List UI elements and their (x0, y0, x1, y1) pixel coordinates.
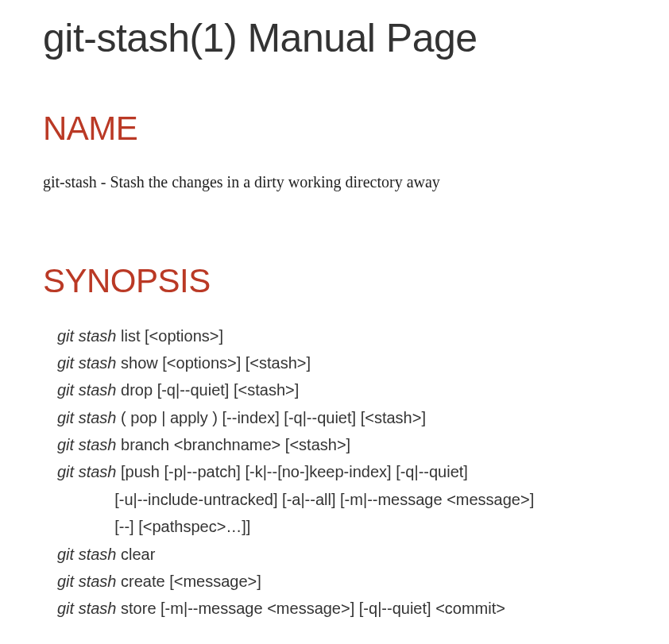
synopsis-line-branch: git stash branch <branchname> [<stash>] (57, 431, 626, 458)
synopsis-args: create [<message>] (116, 573, 261, 590)
synopsis-line-push-cont1: [-u|--include-untracked] [-a|--all] [-m|… (57, 486, 626, 513)
cmd-prefix: git stash (57, 436, 116, 453)
page-title: git-stash(1) Manual Page (43, 16, 626, 62)
synopsis-args: store [-m|--message <message>] [-q|--qui… (116, 600, 505, 617)
synopsis-heading: SYNOPSIS (43, 262, 626, 300)
synopsis-args: list [<options>] (116, 327, 223, 345)
name-description: git-stash - Stash the changes in a dirty… (43, 170, 626, 194)
cmd-prefix: git stash (57, 573, 116, 590)
synopsis-args: drop [-q|--quiet] [<stash>] (116, 381, 299, 399)
synopsis-line-list: git stash list [<options>] (57, 322, 626, 349)
synopsis-args: clear (116, 546, 155, 563)
synopsis-args: [-u|--include-untracked] [-a|--all] [-m|… (57, 491, 534, 508)
cmd-prefix: git stash (57, 463, 116, 480)
cmd-prefix: git stash (57, 600, 116, 617)
synopsis-args: [push [-p|--patch] [-k|--[no-]keep-index… (116, 463, 467, 480)
synopsis-line-push-cont2: [--] [<pathspec>…​]] (57, 513, 626, 540)
synopsis-args: show [<options>] [<stash>] (116, 354, 311, 372)
synopsis-args: branch <branchname> [<stash>] (116, 436, 350, 453)
synopsis-args: [--] [<pathspec>…​]] (57, 518, 250, 535)
cmd-prefix: git stash (57, 354, 116, 372)
synopsis-args: ( pop | apply ) [--index] [-q|--quiet] [… (116, 409, 425, 426)
name-heading: NAME (43, 110, 626, 148)
synopsis-block: git stash list [<options>] git stash sho… (57, 322, 626, 623)
synopsis-line-create: git stash create [<message>] (57, 568, 626, 595)
cmd-prefix: git stash (57, 381, 116, 399)
synopsis-line-show: git stash show [<options>] [<stash>] (57, 349, 626, 376)
synopsis-line-pop-apply: git stash ( pop | apply ) [--index] [-q|… (57, 404, 626, 431)
cmd-prefix: git stash (57, 546, 116, 563)
cmd-prefix: git stash (57, 327, 116, 345)
man-page: git-stash(1) Manual Page NAME git-stash … (0, 16, 669, 623)
synopsis-line-push: git stash [push [-p|--patch] [-k|--[no-]… (57, 458, 626, 485)
synopsis-line-drop: git stash drop [-q|--quiet] [<stash>] (57, 376, 626, 403)
synopsis-line-store: git stash store [-m|--message <message>]… (57, 595, 626, 622)
synopsis-line-clear: git stash clear (57, 541, 626, 568)
cmd-prefix: git stash (57, 409, 116, 426)
